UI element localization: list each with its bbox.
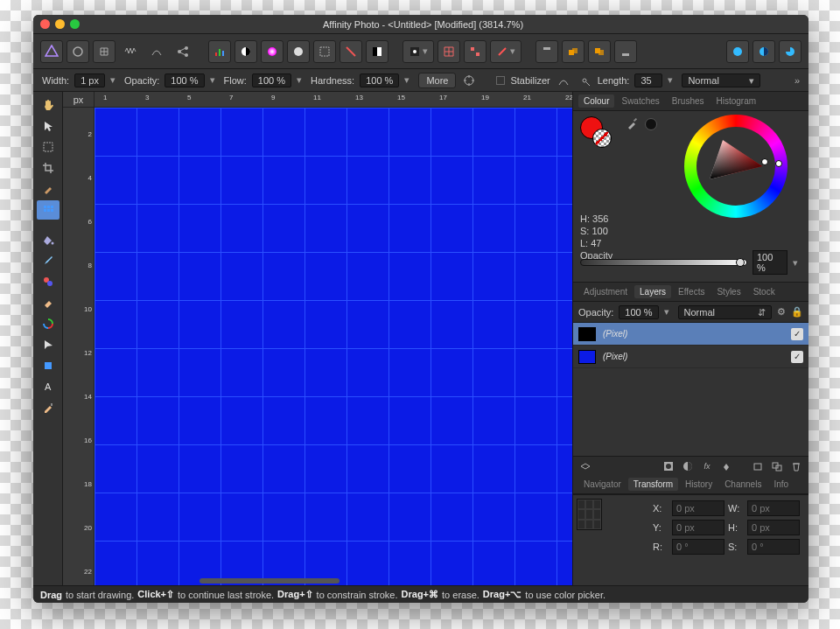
tab-brushes[interactable]: Brushes <box>667 94 710 108</box>
mask-icon[interactable] <box>662 459 676 473</box>
persona-tone-button[interactable] <box>145 40 168 63</box>
x-input[interactable]: 0 px <box>672 500 724 516</box>
studio-effects-button[interactable] <box>779 40 802 63</box>
overflow-icon[interactable]: » <box>794 75 800 86</box>
chevron-down-icon[interactable]: ▾ <box>793 257 802 269</box>
chevron-down-icon[interactable]: ▾ <box>210 74 219 86</box>
persona-liquify-button[interactable] <box>93 40 116 63</box>
canvas[interactable] <box>94 108 572 585</box>
hue-indicator[interactable] <box>775 160 782 167</box>
stabilizer-mode-a-icon[interactable] <box>556 73 571 88</box>
tab-history[interactable]: History <box>680 478 718 491</box>
w-input[interactable]: 0 px <box>747 500 800 516</box>
tab-info[interactable]: Info <box>768 478 794 491</box>
delete-layer-icon[interactable] <box>789 459 803 473</box>
move-to-back-button[interactable] <box>614 40 637 63</box>
stabilizer-checkbox[interactable] <box>496 76 505 85</box>
y-input[interactable]: 0 px <box>672 520 724 535</box>
selection-all-button[interactable] <box>313 40 336 63</box>
minimize-button[interactable] <box>55 19 65 29</box>
clone-tool[interactable] <box>37 272 60 291</box>
lock-icon[interactable]: 🔒 <box>791 306 803 318</box>
crop-tool[interactable] <box>37 158 60 178</box>
tab-transform[interactable]: Transform <box>628 478 678 491</box>
quick-mask-button[interactable]: ▾ <box>402 40 434 63</box>
persona-export-button[interactable] <box>172 40 194 63</box>
layer-visible-checkbox[interactable]: ✓ <box>791 328 803 340</box>
paint-brush-tool[interactable] <box>37 200 60 220</box>
anchor-selector[interactable] <box>577 499 602 530</box>
layer-visible-checkbox[interactable]: ✓ <box>791 351 803 363</box>
document[interactable] <box>94 108 572 585</box>
tab-histogram[interactable]: Histogram <box>711 94 762 108</box>
tab-stock[interactable]: Stock <box>748 285 780 298</box>
smudge-tool[interactable] <box>37 314 60 333</box>
targeting-icon[interactable] <box>461 73 477 88</box>
horizontal-scrollbar[interactable] <box>200 578 340 584</box>
arrange-button[interactable] <box>562 40 584 63</box>
layer-row[interactable]: (Pixel)✓ <box>573 346 808 368</box>
h-input[interactable]: 0 px <box>747 520 800 535</box>
color-wheel[interactable] <box>684 115 788 218</box>
sl-indicator[interactable] <box>761 158 768 165</box>
tab-effects[interactable]: Effects <box>673 285 710 298</box>
add-pixel-layer-icon[interactable] <box>770 459 784 473</box>
layer-opacity-value[interactable]: 100 % <box>619 305 658 319</box>
width-value[interactable]: 1 px <box>74 73 105 87</box>
hardness-value[interactable]: 100 % <box>360 73 399 87</box>
studio-color-button[interactable] <box>726 40 749 63</box>
auto-levels-button[interactable] <box>208 40 231 63</box>
opacity-value[interactable]: 100 % <box>752 250 788 275</box>
chevron-down-icon[interactable]: ▾ <box>297 74 305 86</box>
selection-brush-tool[interactable] <box>37 179 60 199</box>
auto-colors-button[interactable] <box>261 40 284 63</box>
s-input[interactable]: 0 ° <box>747 539 800 555</box>
r-input[interactable]: 0 ° <box>672 539 724 555</box>
layer-group-icon[interactable] <box>578 459 592 473</box>
tab-adjustment[interactable]: Adjustment <box>578 285 633 298</box>
chevron-down-icon[interactable]: ▾ <box>664 306 673 318</box>
move-to-front-button[interactable] <box>536 40 558 63</box>
brush-tool[interactable] <box>37 251 60 270</box>
layer-blend-select[interactable]: Normal⇵ <box>678 305 772 319</box>
fx-icon[interactable]: fx <box>700 459 714 473</box>
shape-tool[interactable] <box>37 356 60 375</box>
tab-layers[interactable]: Layers <box>634 285 671 298</box>
adjustment-icon[interactable] <box>681 459 695 473</box>
pen-tool[interactable] <box>37 335 60 354</box>
flow-value[interactable]: 100 % <box>252 73 291 87</box>
marquee-tool[interactable] <box>37 137 60 157</box>
tab-channels[interactable]: Channels <box>719 478 766 491</box>
selection-invert-button[interactable] <box>366 40 388 63</box>
opacity-value[interactable]: 100 % <box>164 73 204 87</box>
current-sample-swatch[interactable] <box>645 118 657 130</box>
stabilizer-mode-b-icon[interactable] <box>577 73 592 88</box>
zoom-button[interactable] <box>70 19 80 29</box>
tab-colour[interactable]: Colour <box>578 94 614 108</box>
more-button[interactable]: More <box>418 73 456 88</box>
move-tool[interactable] <box>37 116 60 136</box>
force-pixel-button[interactable]: ▾ <box>490 40 522 63</box>
app-logo-button[interactable] <box>40 40 63 63</box>
tab-navigator[interactable]: Navigator <box>578 478 626 491</box>
hand-tool[interactable] <box>37 95 60 115</box>
blend-mode-select[interactable]: Normal▾ <box>682 73 760 87</box>
auto-contrast-button[interactable] <box>234 40 257 63</box>
crop-layer-icon[interactable] <box>719 459 733 473</box>
text-tool[interactable]: A <box>37 377 60 396</box>
selection-deselect-button[interactable] <box>340 40 362 63</box>
erase-tool[interactable] <box>37 293 60 312</box>
studio-layers-button[interactable] <box>752 40 775 63</box>
persona-develop-button[interactable] <box>119 40 142 63</box>
move-forward-button[interactable] <box>588 40 611 63</box>
length-value[interactable]: 35 <box>634 73 662 87</box>
grid-toggle-button[interactable] <box>438 40 460 63</box>
auto-white-balance-button[interactable] <box>287 40 310 63</box>
chevron-down-icon[interactable]: ▾ <box>404 74 413 86</box>
layer-row[interactable]: (Pixel)✓ <box>573 323 808 346</box>
persona-photo-button[interactable] <box>66 40 89 63</box>
tab-styles[interactable]: Styles <box>711 285 746 298</box>
chevron-down-icon[interactable]: ▾ <box>668 74 676 86</box>
color-picker-tool[interactable] <box>37 398 60 417</box>
close-button[interactable] <box>40 19 50 29</box>
